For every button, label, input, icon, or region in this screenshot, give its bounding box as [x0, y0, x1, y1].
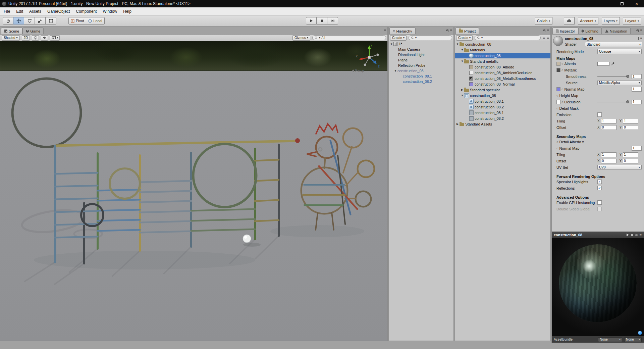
project-item-folder[interactable]: ▼ Materials [455, 47, 550, 53]
smoothness-slider[interactable] [597, 76, 629, 77]
texture-slot-icon[interactable]: ○ [556, 107, 558, 110]
project-filter-type-icon[interactable]: ≡ [543, 36, 545, 40]
project-item-texture[interactable]: ▶ construction_08_MetallicSmoothness [455, 76, 550, 81]
hierarchy-item-main-camera[interactable]: Main Camera [389, 47, 453, 52]
preview-sphere-toggle-icon[interactable] [631, 234, 633, 236]
step-button[interactable] [327, 17, 338, 24]
rect-tool-button[interactable] [46, 17, 56, 24]
hierarchy-search-input[interactable]: ▾ [409, 35, 452, 40]
foldout-icon[interactable]: ▼ [455, 43, 460, 46]
rendering-mode-dropdown[interactable]: Opaque▾ [597, 49, 642, 54]
specular-highlights-checkbox[interactable]: ✓ [597, 180, 602, 184]
hierarchy-item-construction-08-2[interactable]: construction_08.2 [389, 79, 453, 84]
albedo-texture-thumb[interactable] [556, 62, 560, 66]
axis-z-label[interactable]: z [378, 64, 380, 68]
tab-hierarchy[interactable]: ≡ Hierarchy [389, 28, 416, 34]
texture-slot-icon[interactable]: ○ [556, 94, 558, 97]
hierarchy-item-plane[interactable]: Plane [389, 57, 453, 63]
assetbundle-variant-dropdown[interactable]: None▾ [624, 337, 642, 342]
material-preview-area[interactable] [552, 238, 644, 336]
texture-slot-icon[interactable]: ○ [561, 68, 563, 72]
lock-icon[interactable] [636, 30, 639, 32]
foldout-icon[interactable]: ▼ [460, 48, 464, 51]
scene-viewport[interactable]: y x z Persp [0, 41, 387, 341]
hand-tool-button[interactable] [3, 17, 13, 24]
secondary-tiling-y-field[interactable]: 1 [623, 152, 638, 157]
occlusion-value-field[interactable]: 1 [632, 100, 642, 104]
project-item-mesh[interactable]: ▶ construction_08.2 [455, 104, 550, 110]
project-item-texture[interactable]: ▶ construction_08_Normal [455, 81, 550, 87]
shader-dropdown[interactable]: Standard▾ [585, 42, 642, 47]
foldout-icon[interactable]: ▶ [460, 88, 464, 91]
project-item-model[interactable]: ▼ construction_08 [455, 93, 550, 98]
texture-slot-icon[interactable]: ○ [556, 147, 558, 150]
material-preview-header[interactable]: construction_08 ≡ [552, 232, 644, 238]
menu-window[interactable]: Window [100, 7, 120, 15]
tab-project[interactable]: Project [455, 28, 479, 34]
project-search-input[interactable]: ▾ [475, 35, 541, 40]
lock-icon[interactable] [446, 30, 448, 32]
texture-slot-icon[interactable]: ○ [556, 140, 558, 144]
layers-dropdown[interactable]: Layers▾ [602, 17, 620, 24]
menu-help[interactable]: Help [120, 7, 135, 15]
tiling-y-field[interactable]: 1 [623, 119, 638, 123]
tab-game[interactable]: Game [22, 28, 44, 34]
project-item-mesh[interactable]: ▶ construction_08.1 [455, 98, 550, 104]
secondary-normal-value-field[interactable]: 1 [632, 146, 642, 151]
material-options-icon[interactable]: ≡ [640, 37, 642, 40]
project-item-material-selected[interactable]: ▶ construction_08 [455, 53, 550, 58]
scene-lighting-toggle-button[interactable] [32, 35, 39, 41]
shading-mode-dropdown[interactable]: Shaded▾ [2, 35, 20, 41]
emission-checkbox[interactable] [597, 112, 602, 117]
hierarchy-scene-row[interactable]: ▼ 1* [389, 41, 453, 47]
assetbundle-name-dropdown[interactable]: None▾ [598, 337, 622, 342]
reflections-checkbox[interactable]: ✓ [597, 186, 602, 190]
project-item-texture[interactable]: ▶ construction_08_AmbientOcclusion [455, 70, 550, 76]
panel-options-icon[interactable]: ≡ [640, 29, 642, 32]
texture-slot-icon[interactable]: ○ [561, 88, 563, 91]
menu-edit[interactable]: Edit [13, 7, 26, 15]
reflection-probe-gizmo[interactable] [243, 235, 251, 243]
scene-orientation-gizmo[interactable]: y x z [355, 43, 383, 69]
hierarchy-item-construction-08[interactable]: ▼ construction_08 [389, 68, 453, 73]
scene-audio-toggle-button[interactable] [41, 35, 48, 41]
minimize-button[interactable] [600, 0, 614, 7]
texture-slot-icon[interactable]: ○ [561, 62, 563, 65]
panel-options-icon[interactable]: ≡ [384, 29, 386, 32]
menu-component[interactable]: Component [73, 7, 100, 15]
foldout-icon[interactable]: ▼ [389, 43, 393, 46]
menu-file[interactable]: File [1, 7, 13, 15]
project-item-mesh[interactable]: ▶ construction_08.2 [455, 115, 550, 121]
layout-dropdown[interactable]: Layout▾ [623, 17, 641, 24]
offset-x-field[interactable]: 0 [601, 125, 616, 130]
tab-navigation[interactable]: Navigation [602, 28, 631, 34]
project-item-mesh[interactable]: ▶ construction_08.1 [455, 110, 550, 115]
foldout-icon[interactable]: ▼ [460, 60, 464, 63]
uv-set-dropdown[interactable]: UV0▾ [597, 165, 642, 170]
eyedropper-icon[interactable] [611, 62, 615, 66]
scene-search-input[interactable]: ▾ All [312, 35, 386, 40]
account-dropdown[interactable]: Account▾ [578, 17, 598, 24]
scene-effects-dropdown[interactable]: ▾ [50, 35, 60, 41]
metallic-texture-thumb[interactable] [556, 68, 560, 72]
pause-button[interactable] [317, 17, 327, 24]
play-button[interactable] [306, 17, 317, 24]
preview-light-toggle-icon[interactable] [635, 234, 638, 236]
tab-lighting[interactable]: Lighting [578, 28, 602, 34]
foldout-icon[interactable]: ▼ [460, 94, 464, 97]
normal-texture-thumb[interactable] [556, 87, 560, 91]
lock-icon[interactable] [543, 30, 545, 32]
move-tool-button[interactable] [13, 17, 24, 24]
pivot-toggle-button[interactable]: Pivot [68, 17, 86, 24]
project-create-dropdown[interactable]: Create▾ [456, 35, 473, 41]
project-item-folder[interactable]: ▼ construction_08 [455, 41, 550, 47]
project-item-texture[interactable]: ▶ construction_08_Albedo [455, 64, 550, 70]
albedo-color-swatch[interactable] [597, 62, 609, 66]
panel-options-icon[interactable]: ≡ [450, 29, 452, 32]
occlusion-texture-thumb[interactable] [556, 100, 560, 104]
maximize-button[interactable] [614, 0, 629, 7]
project-item-folder[interactable]: ▶ Standard Assets [455, 121, 550, 127]
cloud-button[interactable] [564, 17, 575, 24]
menu-gameobject[interactable]: GameObject [44, 7, 73, 15]
texture-slot-icon[interactable]: ○ [561, 100, 563, 104]
